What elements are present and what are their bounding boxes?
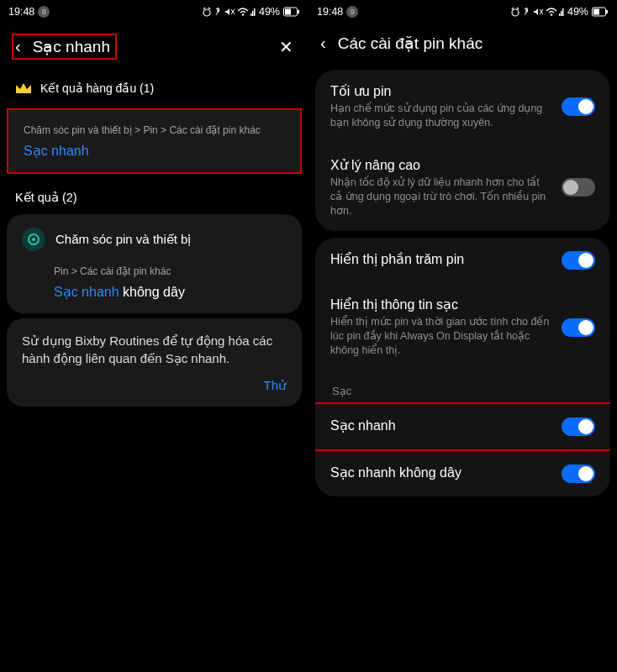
breadcrumb: Chăm sóc pin và thiết bị > Pin > Các cài…: [24, 123, 285, 138]
battery-percent: 49%: [259, 6, 280, 18]
top-results-header: Kết quả hàng đầu (1): [0, 73, 308, 103]
bixby-text: Sử dụng Bixby Routines để tự động hóa cá…: [22, 332, 287, 369]
bluetooth-icon: [522, 7, 530, 17]
toggle-switch[interactable]: [562, 251, 595, 270]
search-title: Sạc nhanh: [33, 37, 110, 56]
setting-fast-charge[interactable]: Sạc nhanh: [315, 402, 610, 451]
phone-left: 19:48 8 49% ‹ Sạc nhanh ✕ Kết quả hàng đ…: [0, 0, 308, 672]
status-icons: [510, 7, 564, 17]
setting-enhanced-processing[interactable]: Xử lý nâng cao Nhận tốc độ xử lý dữ liệu…: [315, 144, 610, 232]
try-button[interactable]: Thử: [22, 378, 287, 393]
setting-battery-percent[interactable]: Hiển thị phần trăm pin: [315, 238, 610, 283]
toggle-switch[interactable]: [562, 97, 595, 116]
setting-desc: Hạn chế mức sử dụng pin của các ứng dụng…: [330, 102, 550, 130]
wifi-icon: [546, 7, 557, 17]
battery-icon: [592, 7, 609, 17]
svg-rect-9: [298, 10, 299, 13]
page-title: Các cài đặt pin khác: [338, 34, 483, 53]
wifi-icon: [237, 7, 249, 17]
setting-title: Hiển thị thông tin sạc: [330, 297, 550, 312]
svg-point-10: [512, 9, 519, 16]
setting-desc: Hiển thị mức pin và thời gian ước tính c…: [330, 315, 550, 358]
svg-rect-19: [606, 10, 608, 13]
header-highlight: ‹ Sạc nhanh: [12, 34, 117, 60]
device-care-row: Chăm sóc pin và thiết bị: [22, 228, 287, 251]
silent-icon: [224, 7, 235, 17]
breadcrumb: Pin > Các cài đặt pin khác: [54, 265, 287, 279]
svg-rect-8: [285, 9, 291, 15]
setting-title: Sạc nhanh không dây: [330, 465, 550, 480]
setting-title: Sạc nhanh: [330, 417, 550, 433]
app-name: Chăm sóc pin và thiết bị: [55, 232, 191, 247]
setting-charging-info[interactable]: Hiển thị thông tin sạc Hiển thị mức pin …: [315, 283, 610, 371]
svg-point-3: [242, 13, 244, 15]
svg-rect-16: [562, 8, 564, 16]
search-header: ‹ Sạc nhanh ✕: [0, 24, 308, 73]
notification-count: 8: [38, 6, 50, 18]
svg-rect-4: [250, 13, 252, 16]
setting-title: Hiển thị phần trăm pin: [330, 251, 550, 267]
results-header: Kết quả (2): [0, 179, 308, 209]
toggle-switch[interactable]: [562, 318, 595, 337]
status-time: 19:48: [317, 6, 343, 18]
silent-icon: [532, 7, 544, 17]
status-icons: [202, 7, 256, 17]
settings-group-display: Hiển thị phần trăm pin Hiển thị thông ti…: [315, 238, 610, 496]
setting-title: Xử lý nâng cao: [330, 157, 550, 173]
signal-icon: [250, 7, 256, 17]
svg-rect-15: [561, 11, 562, 16]
device-care-icon: [22, 228, 45, 251]
crown-icon: [15, 81, 32, 95]
svg-rect-14: [559, 13, 561, 16]
svg-point-0: [203, 9, 210, 16]
status-bar: 19:48 8 49%: [0, 0, 308, 24]
result-card[interactable]: Chăm sóc pin và thiết bị Pin > Các cài đ…: [7, 214, 302, 313]
setting-battery-optimize[interactable]: Tối ưu pin Hạn chế mức sử dụng pin của c…: [315, 70, 610, 144]
bixby-card: Sử dụng Bixby Routines để tự động hóa cá…: [7, 318, 302, 407]
back-icon[interactable]: ‹: [320, 34, 326, 53]
battery-icon: [283, 7, 300, 17]
settings-group-main: Tối ưu pin Hạn chế mức sử dụng pin của c…: [315, 70, 610, 231]
svg-rect-5: [252, 11, 254, 16]
phone-right: 19:48 9 49% ‹ Các cài đặt pin khác Tối ư…: [308, 0, 617, 672]
svg-point-13: [551, 13, 552, 15]
alarm-icon: [510, 7, 520, 17]
back-icon[interactable]: ‹: [15, 37, 21, 56]
alarm-icon: [202, 7, 212, 17]
signal-icon: [559, 7, 564, 17]
svg-rect-6: [254, 8, 256, 16]
status-bar: 19:48 9 49%: [308, 0, 617, 24]
toggle-switch[interactable]: [562, 417, 595, 436]
setting-desc: Nhận tốc độ xử lý dữ liệu nhanh hơn cho …: [330, 176, 550, 218]
setting-title: Tối ưu pin: [330, 83, 550, 99]
group-label-charging: Sạc: [315, 371, 610, 402]
result-link: Sạc nhanh: [24, 143, 285, 159]
settings-header: ‹ Các cài đặt pin khác: [308, 24, 617, 66]
toggle-switch[interactable]: [562, 178, 595, 197]
top-results-label: Kết quả hàng đầu (1): [40, 81, 154, 95]
result-link: Sạc nhanh không dây: [54, 284, 287, 300]
notification-count: 9: [346, 6, 358, 18]
close-icon[interactable]: ✕: [279, 37, 297, 57]
battery-percent: 49%: [567, 6, 588, 18]
setting-wireless-fast-charge[interactable]: Sạc nhanh không dây: [315, 451, 610, 496]
svg-rect-18: [593, 9, 599, 15]
bluetooth-icon: [214, 7, 222, 17]
status-time: 19:48: [8, 6, 34, 18]
top-result-card[interactable]: Chăm sóc pin và thiết bị > Pin > Các cài…: [7, 108, 302, 174]
toggle-switch[interactable]: [562, 465, 595, 483]
